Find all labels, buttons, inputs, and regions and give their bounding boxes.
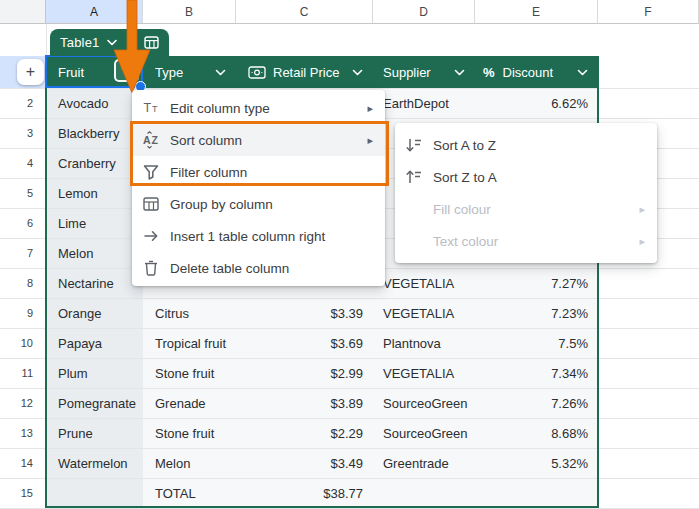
cell-outside[interactable] <box>598 449 699 479</box>
cell-price[interactable]: $2.99 <box>236 359 373 389</box>
row-number[interactable]: 6 <box>0 209 46 239</box>
table-header-retail-price[interactable]: Retail Price <box>236 56 373 88</box>
type-header-label: Type <box>155 65 183 80</box>
cell-discount[interactable]: 6.62% <box>475 89 598 119</box>
menu-item-sort-column[interactable]: AZ Sort column ▸ <box>132 124 385 156</box>
row-number[interactable]: 14 <box>0 449 46 479</box>
menu-item-edit-column-type[interactable]: TT Edit column type ▸ <box>132 92 385 124</box>
cell-discount[interactable]: 7.23% <box>475 299 598 329</box>
cell-type[interactable]: Melon <box>143 449 236 479</box>
cell-supplier[interactable]: VEGETALIA <box>373 359 475 389</box>
cell-fruit[interactable]: Plum <box>46 359 143 389</box>
chevron-down-icon[interactable] <box>352 69 363 76</box>
cell-supplier[interactable]: EarthDepot <box>373 89 475 119</box>
fruit-column-dropdown-button[interactable] <box>114 59 139 82</box>
cell-supplier[interactable] <box>373 479 475 509</box>
cell-discount[interactable] <box>475 479 598 509</box>
cell-outside[interactable] <box>598 89 699 119</box>
cell-fruit[interactable]: Watermelon <box>46 449 143 479</box>
menu-item-delete-column[interactable]: Delete table column <box>132 252 385 284</box>
submenu-item-sort-a-to-z[interactable]: Sort A to Z <box>395 129 657 161</box>
submenu-item-sort-z-to-a[interactable]: Sort Z to A <box>395 161 657 193</box>
cell-type[interactable]: TOTAL <box>143 479 236 509</box>
cell-price[interactable]: $3.39 <box>236 299 373 329</box>
row-number[interactable]: 5 <box>0 179 46 209</box>
cell-fruit[interactable]: Lemon <box>46 179 143 209</box>
cell-fruit[interactable]: Nectarine <box>46 269 143 299</box>
cell-fruit[interactable]: Lime <box>46 209 143 239</box>
row-number[interactable]: 7 <box>0 239 46 269</box>
row-number[interactable]: 3 <box>0 119 46 149</box>
cell-discount[interactable]: 8.68% <box>475 419 598 449</box>
cell-price[interactable]: $2.29 <box>236 419 373 449</box>
submenu-arrow-icon: ▸ <box>639 203 645 216</box>
cell-type[interactable]: Stone fruit <box>143 359 236 389</box>
row-number[interactable]: 11 <box>0 359 46 389</box>
cell-discount[interactable]: 7.27% <box>475 269 598 299</box>
cell-fruit[interactable]: Orange <box>46 299 143 329</box>
row-number[interactable]: 9 <box>0 299 46 329</box>
row-number[interactable]: 13 <box>0 419 46 449</box>
row-number[interactable]: 8 <box>0 269 46 299</box>
column-header-B[interactable]: B <box>143 0 236 24</box>
cell-price[interactable]: $3.69 <box>236 329 373 359</box>
cell-supplier[interactable]: SourceoGreen <box>373 389 475 419</box>
table-header-supplier[interactable]: Supplier <box>373 56 475 88</box>
cell-discount[interactable]: 7.34% <box>475 359 598 389</box>
menu-item-filter-column[interactable]: Filter column <box>132 156 385 188</box>
column-header-A[interactable]: A <box>46 0 143 24</box>
chevron-down-icon[interactable] <box>577 69 588 76</box>
cell-outside[interactable] <box>598 389 699 419</box>
cell-fruit[interactable]: Pomegranate <box>46 389 143 419</box>
cell-outside[interactable] <box>598 419 699 449</box>
column-header-D[interactable]: D <box>373 0 475 24</box>
cell-outside[interactable] <box>598 359 699 389</box>
cell-fruit[interactable]: Prune <box>46 419 143 449</box>
row-number[interactable]: 10 <box>0 329 46 359</box>
menu-item-insert-column-right[interactable]: Insert 1 table column right <box>132 220 385 252</box>
cell-outside[interactable] <box>598 479 699 509</box>
cell-supplier[interactable]: VEGETALIA <box>373 269 475 299</box>
add-button[interactable]: + <box>17 59 44 85</box>
menu-item-group-by-column[interactable]: Group by column <box>132 188 385 220</box>
delete-column-icon <box>142 259 160 277</box>
cell-price[interactable]: $3.49 <box>236 449 373 479</box>
table-name-chip[interactable]: Table1 <box>50 29 169 56</box>
chevron-down-icon[interactable] <box>107 39 117 46</box>
cell-discount[interactable]: 7.5% <box>475 329 598 359</box>
row-number[interactable]: 4 <box>0 149 46 179</box>
row-number[interactable]: 2 <box>0 89 46 119</box>
cell-type[interactable]: Stone fruit <box>143 419 236 449</box>
chevron-down-icon[interactable] <box>454 69 465 76</box>
table-header-discount[interactable]: % Discount <box>475 56 598 88</box>
cell-outside[interactable] <box>598 299 699 329</box>
chevron-down-icon[interactable] <box>215 69 226 76</box>
cell-fruit[interactable] <box>46 479 143 509</box>
cell-type[interactable]: Grenade <box>143 389 236 419</box>
select-all-corner[interactable] <box>0 0 46 24</box>
cell-price[interactable]: $3.89 <box>236 389 373 419</box>
cell-supplier[interactable]: Plantnova <box>373 329 475 359</box>
cell-supplier[interactable]: Greentrade <box>373 449 475 479</box>
cell-fruit[interactable]: Papaya <box>46 329 143 359</box>
cell-discount[interactable]: 7.26% <box>475 389 598 419</box>
cell-type[interactable]: Tropical fruit <box>143 329 236 359</box>
cell-outside[interactable] <box>598 329 699 359</box>
cell-price[interactable]: $38.77 <box>236 479 373 509</box>
cell-outside[interactable] <box>598 269 699 299</box>
cell-discount[interactable]: 5.32% <box>475 449 598 479</box>
cell-supplier[interactable]: VEGETALIA <box>373 299 475 329</box>
column-header-C[interactable]: C <box>236 0 373 24</box>
cell-supplier[interactable]: SourceoGreen <box>373 419 475 449</box>
row-number[interactable]: 12 <box>0 389 46 419</box>
cell-type[interactable]: Citrus <box>143 299 236 329</box>
column-header-E[interactable]: E <box>475 0 598 24</box>
table-grid-icon[interactable] <box>144 36 159 49</box>
table-header-type[interactable]: Type <box>143 56 236 88</box>
cell-fruit[interactable]: Melon <box>46 239 143 269</box>
cell-fruit[interactable]: Cranberry <box>46 149 143 179</box>
cell-fruit[interactable]: Avocado <box>46 89 143 119</box>
row-number[interactable]: 15 <box>0 479 46 509</box>
cell-fruit[interactable]: Blackberry <box>46 119 143 149</box>
column-header-F[interactable]: F <box>598 0 699 24</box>
